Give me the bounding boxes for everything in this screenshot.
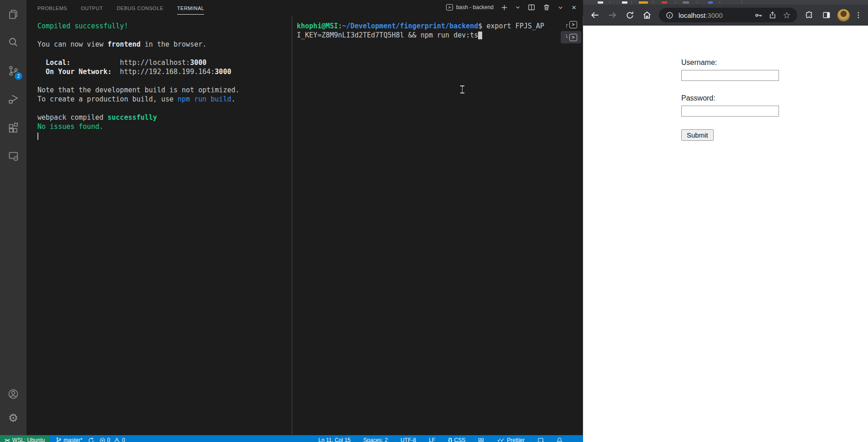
browser-page: Username: Password: Submit bbox=[583, 26, 868, 442]
tab-problems[interactable]: PROBLEMS bbox=[37, 1, 67, 15]
language-label: CSS bbox=[454, 437, 466, 442]
home-icon bbox=[642, 10, 652, 20]
indentation-item[interactable]: Spaces: 2 bbox=[361, 435, 390, 442]
terminal-cursor bbox=[37, 133, 38, 140]
menu-dots-icon[interactable] bbox=[852, 7, 864, 23]
bookmark-favicon bbox=[683, 1, 689, 4]
terminal-tab-split-top[interactable]: ┌ > bbox=[561, 18, 581, 31]
forward-arrow-icon bbox=[607, 10, 617, 20]
terminal-text-segment: : bbox=[338, 22, 342, 30]
terminal-line: On Your Network: http://192.168.199.164:… bbox=[37, 68, 292, 77]
bookmarks-bar-strip bbox=[583, 0, 868, 5]
terminal-line: No issues found. bbox=[37, 122, 292, 132]
warning-count: 0 bbox=[122, 437, 125, 442]
tab-debug-console[interactable]: DEBUG CONSOLE bbox=[116, 1, 163, 15]
settings-gear-icon[interactable]: ⚙ bbox=[0, 406, 26, 430]
terminal-cursor bbox=[478, 32, 482, 39]
remote-label: WSL: Ubuntu bbox=[12, 437, 45, 442]
kill-terminal-trash-button[interactable] bbox=[542, 3, 551, 12]
terminal-line: Local: http://localhost:3000 bbox=[37, 59, 292, 68]
browser-toolbar: localhost:3000 ☆ bbox=[583, 5, 868, 26]
back-button[interactable] bbox=[587, 7, 603, 23]
terminal-text-segment: To create a production build, use bbox=[37, 95, 178, 103]
notifications-item[interactable] bbox=[554, 435, 565, 442]
run-and-debug-icon[interactable] bbox=[0, 85, 26, 113]
bell-icon bbox=[557, 437, 563, 442]
git-branch-item[interactable]: master* bbox=[53, 435, 85, 442]
share-icon[interactable] bbox=[768, 10, 778, 20]
browser-window: localhost:3000 ☆ bbox=[583, 0, 868, 442]
ports-item[interactable] bbox=[475, 435, 487, 442]
terminal-line: I_KEY=Z8M9nLI3d2TEd7TQ5H8l && npm run de… bbox=[297, 31, 559, 40]
search-icon[interactable] bbox=[0, 28, 26, 57]
eol-item[interactable]: LF bbox=[426, 435, 438, 442]
url-text: localhost:3000 bbox=[679, 11, 723, 19]
terminal-profile-chevron-icon[interactable] bbox=[515, 3, 521, 12]
terminal-pane-frontend[interactable]: Compiled successfully!You can now view f… bbox=[26, 16, 292, 435]
close-panel-icon[interactable]: × bbox=[569, 3, 579, 12]
terminal-pane-backend[interactable]: khophi@MSI:~/Development/fingerprint/bac… bbox=[293, 16, 559, 435]
terminal-text-segment: npm run build bbox=[178, 95, 231, 103]
extensions-puzzle-icon[interactable] bbox=[801, 7, 817, 23]
password-key-icon[interactable] bbox=[753, 10, 763, 20]
terminal-text-segment: khophi@MSI bbox=[297, 22, 338, 30]
side-panel-icon[interactable] bbox=[818, 7, 835, 23]
terminal-panel: PROBLEMS OUTPUT DEBUG CONSOLE TERMINAL >… bbox=[26, 0, 583, 435]
screencast-item[interactable] bbox=[535, 435, 547, 442]
home-button[interactable] bbox=[639, 7, 655, 23]
reload-icon bbox=[625, 11, 635, 20]
submit-button[interactable]: Submit bbox=[681, 129, 714, 141]
new-terminal-button[interactable] bbox=[500, 3, 509, 12]
terminal-text-segment: successfully bbox=[108, 113, 157, 122]
site-info-icon[interactable] bbox=[664, 10, 674, 20]
language-mode-item[interactable]: {} CSS bbox=[445, 435, 468, 442]
remote-icon: >< bbox=[5, 437, 10, 442]
terminal-text-segment: ~/Development/fingerprint/backend bbox=[342, 22, 478, 30]
explorer-icon[interactable] bbox=[0, 0, 26, 28]
accounts-icon[interactable] bbox=[0, 382, 26, 406]
password-field[interactable] bbox=[681, 106, 779, 117]
encoding-item[interactable]: UTF-8 bbox=[398, 435, 419, 442]
git-branch-icon bbox=[56, 437, 62, 442]
terminal-text-segment: http://192.168.199.164: bbox=[112, 68, 215, 76]
bookmark-favicon bbox=[639, 1, 648, 4]
tab-terminal[interactable]: TERMINAL bbox=[177, 1, 205, 15]
password-label: Password: bbox=[681, 94, 779, 102]
terminal-selector[interactable]: > bash - backend bbox=[446, 4, 494, 11]
sync-changes-button[interactable] bbox=[85, 435, 97, 442]
terminal-text-segment bbox=[37, 68, 46, 76]
username-label: Username: bbox=[681, 59, 779, 67]
panel-chevron-icon[interactable] bbox=[557, 3, 563, 12]
branch-label: master* bbox=[63, 437, 82, 442]
terminal-selector-label: bash - backend bbox=[456, 4, 494, 11]
address-bar[interactable]: localhost:3000 ☆ bbox=[659, 8, 797, 22]
tab-output[interactable]: OUTPUT bbox=[81, 1, 103, 15]
terminal-text-segment: in the browser. bbox=[141, 40, 207, 48]
status-bar: >< WSL: Ubuntu master* 0 bbox=[0, 435, 583, 442]
extensions-icon[interactable] bbox=[0, 113, 26, 142]
problems-item[interactable]: 0 0 bbox=[97, 435, 128, 442]
terminal-text-segment: I_KEY=Z8M9nLI3d2TEd7TQ5H8l && npm run de… bbox=[297, 31, 478, 39]
terminal-text-segment bbox=[37, 59, 46, 67]
remote-indicator[interactable]: >< WSL: Ubuntu bbox=[0, 435, 49, 442]
terminal-text-segment: Compiled successfully! bbox=[37, 22, 128, 30]
username-field[interactable] bbox=[681, 70, 779, 81]
remote-explorer-icon[interactable]: >< bbox=[0, 142, 26, 170]
terminal-line: You can now view frontend in the browser… bbox=[37, 40, 292, 49]
terminal-text-segment: http://localhost: bbox=[70, 59, 190, 67]
bookmark-star-icon[interactable]: ☆ bbox=[782, 10, 792, 20]
profile-avatar[interactable] bbox=[837, 9, 850, 21]
formatter-item[interactable]: ✓✓ Prettier bbox=[494, 435, 527, 442]
terminal-tab-split-bottom[interactable]: └ > bbox=[561, 31, 581, 43]
terminal-text-segment: Local: bbox=[46, 59, 70, 67]
reload-button[interactable] bbox=[621, 7, 638, 23]
source-control-icon[interactable]: 2 bbox=[0, 57, 26, 85]
terminal-prompt-icon: > bbox=[569, 21, 577, 28]
login-form: Username: Password: Submit bbox=[681, 59, 779, 141]
ports-grid-icon bbox=[478, 437, 484, 442]
split-terminal-button[interactable] bbox=[527, 3, 536, 12]
terminal-text-segment: . bbox=[231, 95, 235, 103]
terminal-line: Compiled successfully! bbox=[37, 22, 292, 31]
cursor-position-item[interactable]: Ln 11, Col 15 bbox=[316, 435, 353, 442]
forward-button[interactable] bbox=[604, 7, 621, 23]
